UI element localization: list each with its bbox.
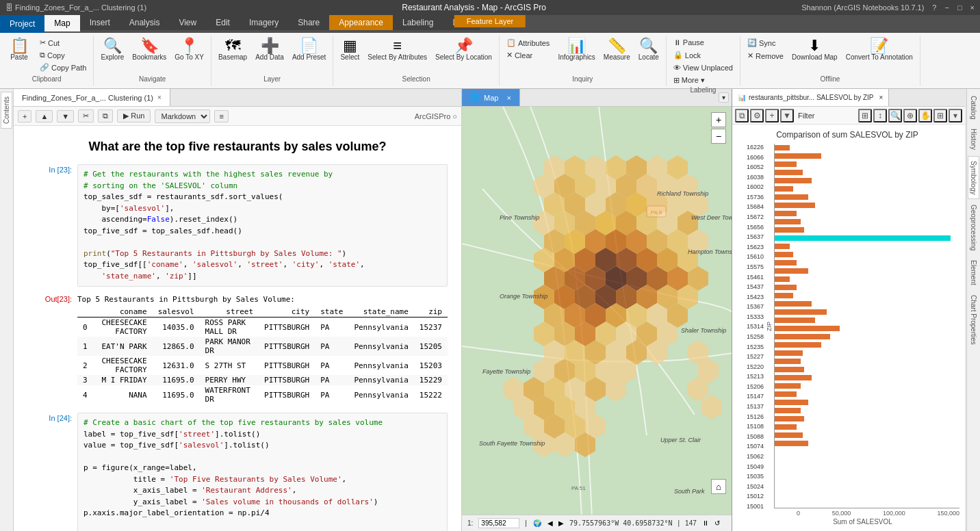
move-up-button[interactable]: ▲ xyxy=(36,110,53,122)
more-button[interactable]: ⊞More ▾ xyxy=(671,75,736,86)
chart-fit-btn[interactable]: ⊞ xyxy=(933,109,947,122)
symbology-tab[interactable]: Symbology xyxy=(968,156,979,199)
home-btn[interactable]: ⌂ xyxy=(711,479,726,494)
view-unplaced-button[interactable]: 👁View Unplaced xyxy=(671,62,736,73)
chart-tab-close[interactable]: × xyxy=(879,94,884,101)
tab-insert[interactable]: Insert xyxy=(80,15,120,30)
map-options-btn[interactable]: ▾ xyxy=(719,92,729,103)
refresh-btn[interactable]: ↺ xyxy=(714,519,720,527)
copy-button[interactable]: ⧉Copy xyxy=(37,49,89,61)
cell-23-code[interactable]: # Get the restaurants with the highest s… xyxy=(77,164,448,287)
zip-label: 15049 xyxy=(735,463,764,471)
cut-cell-button[interactable]: ✂ xyxy=(78,109,94,122)
chart-properties-tab[interactable]: Chart Properties xyxy=(968,291,979,349)
locate-button[interactable]: 🔍 Locate xyxy=(636,37,662,63)
code-line-3: ascending=False).reset_index() xyxy=(83,215,237,224)
chart-zoom-out-btn[interactable]: ⊕ xyxy=(903,109,917,122)
zoom-out-button[interactable]: − xyxy=(711,129,726,144)
more-nb-button[interactable]: ≡ xyxy=(214,110,228,122)
map-nav-left[interactable]: ◀ xyxy=(547,519,553,527)
chart-add-btn[interactable]: + xyxy=(765,109,779,122)
maximize-btn[interactable]: □ xyxy=(957,3,962,12)
pause-map-btn[interactable]: ⏸ xyxy=(702,519,709,527)
tab-appearance[interactable]: Appearance xyxy=(329,15,393,30)
cell-24-code[interactable]: # Create a basic chart of the top five r… xyxy=(77,413,448,531)
element-tab[interactable]: Element xyxy=(968,256,979,289)
inquiry-label: Inquiry xyxy=(572,75,593,84)
scale-input[interactable] xyxy=(478,518,519,528)
convert-to-annotation-button[interactable]: 📝 Convert To Annotation xyxy=(843,37,916,63)
svg-text:Fayette Township: Fayette Township xyxy=(482,368,530,375)
history-tab[interactable]: History xyxy=(968,125,979,154)
download-button[interactable]: ⬇ Download Map xyxy=(789,37,840,63)
zoom-in-button[interactable]: + xyxy=(711,112,726,127)
tab-view[interactable]: View xyxy=(169,15,206,30)
attributes-button[interactable]: 📋Attributes xyxy=(504,37,552,49)
select-by-attributes-button[interactable]: ≡ Select By Attributes xyxy=(365,37,430,63)
geoprocessing-tab[interactable]: Geoprocessing xyxy=(968,200,979,255)
chart-tab-active[interactable]: 📊 restaurants_pittsbur... SALESVOL by ZI… xyxy=(732,89,889,106)
copy-cell-button[interactable]: ⧉ xyxy=(98,109,113,122)
zip-label: 15333 xyxy=(735,313,764,322)
contents-tab[interactable]: Contents xyxy=(1,92,12,129)
minimize-btn[interactable]: − xyxy=(944,3,949,12)
tab-labeling[interactable]: Labeling xyxy=(393,15,443,30)
close-btn[interactable]: × xyxy=(970,3,975,12)
cell-type-select[interactable]: Markdown Code xyxy=(155,109,210,123)
map-content[interactable]: PA 8 xyxy=(462,107,732,515)
lock-button[interactable]: 🔒Lock xyxy=(671,49,736,61)
basemap-button[interactable]: 🗺 Basemap xyxy=(216,37,250,63)
copy-icon: ⧉ xyxy=(40,51,45,60)
tab-map[interactable]: Map xyxy=(44,15,79,31)
explore-button[interactable]: 🔍 Explore xyxy=(98,37,127,63)
tab-edit[interactable]: Edit xyxy=(206,15,240,30)
tab-share[interactable]: Share xyxy=(288,15,329,30)
chart-sort-btn[interactable]: ↕ xyxy=(873,109,887,122)
remove-icon: ✕ xyxy=(747,51,753,60)
help-btn[interactable]: ? xyxy=(932,3,936,12)
select-button[interactable]: ▦ Select xyxy=(337,37,362,63)
map-tab[interactable]: 🌐 Map × xyxy=(462,89,520,106)
chart-zoom-in-btn[interactable]: 🔍 xyxy=(888,109,902,122)
catalog-tab[interactable]: Catalog xyxy=(968,92,979,123)
sync-button[interactable]: 🔄Sync xyxy=(745,37,786,49)
add-data-button[interactable]: ➕ Add Data xyxy=(253,37,287,63)
zoom-level-btn[interactable]: 🌍 xyxy=(532,519,542,528)
tab-project[interactable]: Project xyxy=(0,15,44,33)
tab-analysis[interactable]: Analysis xyxy=(120,15,170,30)
notebook-tab-active[interactable]: Finding_Zones_For_a_... Clustering (1) × xyxy=(14,89,170,106)
copy-path-button[interactable]: 🔗Copy Path xyxy=(37,62,89,73)
go-to-xy-button[interactable]: 📍 Go To XY xyxy=(172,37,207,63)
select-attributes-icon: ≡ xyxy=(393,38,402,53)
run-button[interactable]: ▶ Run xyxy=(117,109,151,122)
select-by-location-button[interactable]: 📌 Select By Location xyxy=(433,37,495,63)
notebook-tab-close[interactable]: × xyxy=(157,94,162,101)
bookmarks-button[interactable]: 🔖 Bookmarks xyxy=(129,37,169,63)
remove-button[interactable]: ✕Remove xyxy=(745,50,786,62)
paste-button[interactable]: 📋 Paste xyxy=(4,37,34,63)
add-preset-button[interactable]: 📄 Add Preset xyxy=(289,37,328,63)
tab-imagery[interactable]: Imagery xyxy=(240,15,288,30)
table-row: 4NANA11695.0WATERFRONT DRPITTSBURGHPAPen… xyxy=(77,385,448,404)
chart-table-btn[interactable]: ⊞ xyxy=(858,109,872,122)
pause-button[interactable]: ⏸Pause xyxy=(671,37,736,48)
chart-settings-btn[interactable]: ⚙ xyxy=(750,109,764,122)
infographics-button[interactable]: 📊 Infographics xyxy=(555,37,597,63)
clear-button[interactable]: ✕Clear xyxy=(504,49,552,61)
bar-row xyxy=(775,234,959,242)
map-footer: 1: | 🌍 ◀ ▶ 79.7557963°W 40.6958732°N | 1… xyxy=(462,515,732,531)
add-cell-button[interactable]: + xyxy=(18,110,31,122)
map-nav-right[interactable]: ▶ xyxy=(558,519,564,527)
chart-pan-btn[interactable]: ✋ xyxy=(918,109,932,122)
move-down-button[interactable]: ▼ xyxy=(57,110,74,122)
zip-label: 15024 xyxy=(735,483,764,491)
notebook-content[interactable]: What are the top five restaurants by sal… xyxy=(14,126,461,531)
bar-fill xyxy=(775,318,815,323)
measure-button[interactable]: 📏 Measure xyxy=(601,37,633,63)
chart-more-btn[interactable]: ▾ xyxy=(949,109,962,122)
map-tab-close[interactable]: × xyxy=(506,94,511,102)
kernel-label: ArcGISPro ○ xyxy=(415,112,457,120)
cut-button[interactable]: ✂Cut xyxy=(37,37,89,49)
chart-copy-btn[interactable]: ⧉ xyxy=(735,109,749,122)
bar-fill xyxy=(775,301,812,307)
